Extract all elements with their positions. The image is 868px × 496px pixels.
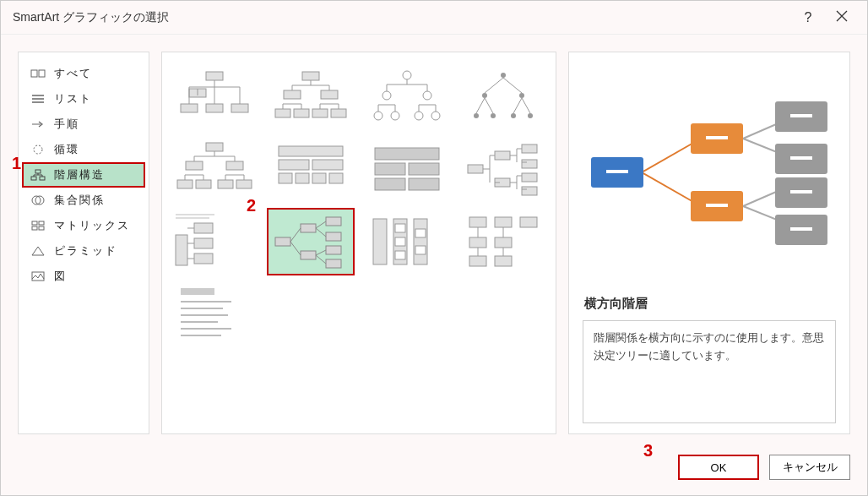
- svg-rect-62: [522, 160, 537, 168]
- svg-rect-93: [606, 170, 628, 173]
- svg-rect-86: [520, 217, 537, 227]
- svg-rect-45: [236, 180, 252, 188]
- svg-rect-13: [206, 72, 223, 80]
- svg-rect-52: [329, 173, 343, 183]
- sidebar-item-label: すべて: [54, 66, 92, 81]
- svg-rect-43: [196, 180, 211, 188]
- svg-rect-95: [706, 136, 728, 139]
- svg-point-28: [374, 112, 382, 120]
- svg-rect-49: [279, 173, 292, 183]
- svg-rect-105: [790, 227, 812, 231]
- ok-button[interactable]: OK: [678, 455, 759, 480]
- gallery-thumb-dot-hierarchy[interactable]: [459, 63, 547, 130]
- preview-panel: 横方向階層 階層関係を横方向に示すのに使用します。意思決定ツリーに適しています。: [568, 52, 850, 434]
- svg-rect-20: [321, 90, 338, 99]
- dialog-body: すべて リスト 手順 循環: [1, 35, 867, 451]
- svg-rect-23: [312, 109, 328, 117]
- list-icon: [30, 93, 46, 105]
- layout-gallery: [161, 52, 556, 434]
- svg-rect-82: [415, 229, 426, 237]
- svg-rect-54: [375, 163, 405, 175]
- svg-rect-101: [790, 156, 812, 160]
- close-button[interactable]: [825, 2, 859, 34]
- cycle-icon: [30, 144, 46, 155]
- svg-point-27: [423, 91, 431, 100]
- sidebar-item-list[interactable]: リスト: [22, 86, 145, 112]
- svg-rect-70: [301, 224, 316, 232]
- gallery-thumb-labeled-hierarchy[interactable]: [171, 135, 258, 203]
- svg-rect-91: [181, 288, 214, 295]
- svg-rect-68: [194, 253, 213, 264]
- svg-rect-63: [522, 173, 537, 182]
- svg-rect-3: [35, 170, 41, 173]
- svg-rect-57: [409, 178, 439, 190]
- svg-rect-53: [375, 148, 439, 160]
- cancel-button[interactable]: キャンセル: [769, 455, 850, 480]
- sidebar-item-all[interactable]: すべて: [22, 61, 145, 86]
- gallery-thumb-horizontal-labeled-hierarchy[interactable]: [171, 208, 258, 275]
- svg-rect-72: [326, 217, 341, 226]
- svg-rect-58: [468, 165, 483, 173]
- gallery-thumb-horizontal-hierarchy[interactable]: [267, 208, 355, 275]
- gallery-thumb-half-circle-org-chart[interactable]: [459, 208, 547, 275]
- svg-rect-9: [39, 221, 44, 225]
- svg-rect-24: [331, 109, 346, 117]
- svg-point-38: [528, 113, 533, 118]
- close-icon: [836, 10, 848, 25]
- gallery-thumb-circle-hierarchy[interactable]: [363, 63, 451, 130]
- sidebar-item-label: 階層構造: [54, 167, 105, 183]
- svg-rect-69: [275, 237, 290, 246]
- svg-rect-71: [301, 251, 316, 259]
- gallery-thumb-horizontal-org-chart[interactable]: [459, 135, 547, 203]
- svg-rect-40: [186, 161, 203, 170]
- svg-rect-84: [469, 217, 486, 227]
- sidebar-item-cycle[interactable]: 循環: [22, 137, 145, 162]
- sidebar-item-hierarchy[interactable]: 階層構造: [22, 162, 145, 188]
- all-icon: [30, 68, 46, 79]
- svg-point-30: [415, 112, 423, 120]
- svg-rect-16: [231, 104, 248, 112]
- svg-rect-15: [206, 104, 223, 112]
- svg-rect-67: [194, 238, 213, 248]
- svg-rect-18: [302, 72, 319, 80]
- svg-rect-55: [409, 163, 439, 175]
- svg-rect-19: [284, 90, 301, 99]
- sidebar-item-pyramid[interactable]: ピラミッド: [22, 238, 145, 264]
- svg-point-33: [482, 93, 487, 98]
- gallery-thumb-table-hierarchy[interactable]: [267, 135, 355, 203]
- gallery-thumb-hierarchy[interactable]: [267, 63, 355, 130]
- gallery-thumb-block-hierarchy[interactable]: [363, 135, 451, 203]
- svg-point-2: [34, 145, 42, 154]
- svg-rect-85: [495, 217, 512, 227]
- hierarchy-icon: [30, 169, 46, 181]
- relationship-icon: [30, 194, 46, 206]
- svg-rect-14: [181, 104, 198, 112]
- gallery-thumb-org-chart[interactable]: [171, 63, 258, 130]
- svg-rect-66: [194, 223, 213, 233]
- svg-rect-10: [32, 226, 37, 230]
- svg-rect-99: [790, 114, 812, 117]
- svg-rect-22: [294, 109, 309, 117]
- help-button[interactable]: ?: [791, 2, 825, 34]
- gallery-thumb-name-title-org-chart[interactable]: [363, 208, 451, 275]
- sidebar-item-relationship[interactable]: 集合関係: [22, 188, 145, 213]
- svg-rect-78: [395, 224, 405, 232]
- svg-rect-74: [326, 246, 341, 254]
- svg-rect-79: [395, 237, 405, 246]
- svg-rect-47: [279, 160, 309, 170]
- sidebar-item-matrix[interactable]: マトリックス: [22, 213, 145, 238]
- svg-rect-97: [706, 204, 728, 207]
- gallery-thumb-hierarchy-list[interactable]: [171, 281, 258, 348]
- svg-rect-0: [31, 70, 37, 77]
- svg-rect-75: [326, 259, 341, 268]
- process-icon: [30, 118, 46, 130]
- svg-rect-83: [415, 246, 426, 254]
- svg-rect-48: [312, 160, 343, 170]
- svg-rect-5: [40, 177, 45, 180]
- svg-rect-89: [469, 256, 486, 266]
- sidebar-item-process[interactable]: 手順: [22, 112, 145, 137]
- svg-rect-50: [296, 173, 309, 183]
- svg-rect-42: [177, 180, 193, 188]
- svg-point-29: [391, 112, 399, 120]
- sidebar-item-picture[interactable]: 図: [22, 264, 145, 289]
